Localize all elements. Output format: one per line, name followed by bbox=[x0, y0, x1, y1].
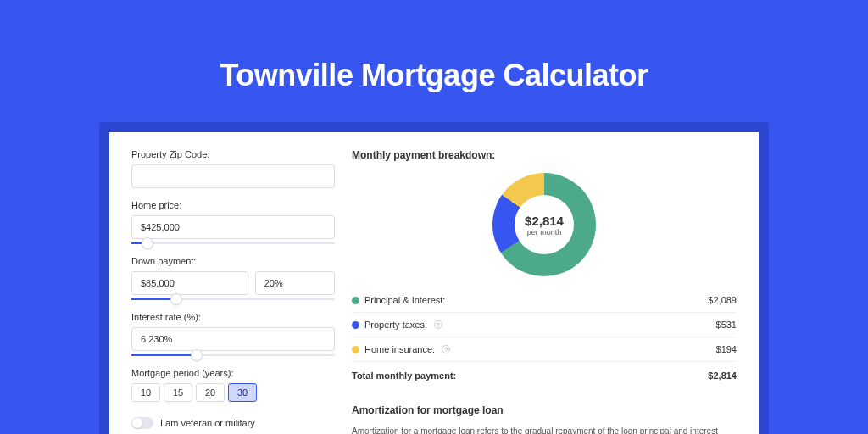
donut-chart-wrap: $2,814 per month bbox=[352, 168, 737, 288]
calculator-panel: Property Zip Code: Home price: Down paym… bbox=[109, 132, 759, 434]
principal-label: Principal & Interest: bbox=[364, 295, 445, 305]
breakdown-row-principal: Principal & Interest:$2,089 bbox=[352, 288, 737, 313]
ins-label: Home insurance: bbox=[364, 344, 435, 354]
info-icon[interactable]: ? bbox=[434, 320, 442, 329]
veteran-toggle[interactable] bbox=[131, 417, 153, 429]
price-label: Home price: bbox=[131, 200, 335, 210]
page-title: Townville Mortgage Calculator bbox=[0, 0, 868, 122]
inputs-column: Property Zip Code: Home price: Down paym… bbox=[131, 149, 335, 434]
total-value: $2,814 bbox=[708, 370, 737, 381]
period-option-15[interactable]: 15 bbox=[164, 383, 192, 402]
breakdown-column: Monthly payment breakdown: $2,814 per mo… bbox=[352, 149, 737, 434]
down-label: Down payment: bbox=[131, 256, 335, 266]
period-block: Mortgage period (years): 10152030 bbox=[131, 368, 335, 402]
down-slider-thumb[interactable] bbox=[170, 293, 182, 305]
zip-input[interactable] bbox=[131, 164, 335, 188]
tax-value: $531 bbox=[716, 320, 737, 330]
price-input[interactable] bbox=[131, 215, 335, 239]
period-option-10[interactable]: 10 bbox=[131, 383, 160, 402]
rate-slider[interactable] bbox=[131, 354, 335, 356]
breakdown-title: Monthly payment breakdown: bbox=[352, 149, 737, 161]
donut-center: $2,814 per month bbox=[515, 195, 574, 254]
period-option-30[interactable]: 30 bbox=[228, 383, 257, 402]
down-amount-input[interactable] bbox=[131, 271, 248, 295]
breakdown-rows: Principal & Interest:$2,089Property taxe… bbox=[352, 288, 737, 362]
price-slider-thumb[interactable] bbox=[142, 237, 153, 249]
principal-value: $2,089 bbox=[708, 295, 737, 305]
down-block: Down payment: bbox=[131, 256, 335, 300]
veteran-label: I am veteran or military bbox=[160, 418, 255, 428]
ins-dot bbox=[352, 346, 359, 353]
period-option-20[interactable]: 20 bbox=[196, 383, 225, 402]
principal-dot bbox=[352, 297, 359, 304]
donut-sub: per month bbox=[527, 228, 562, 236]
tax-label: Property taxes: bbox=[364, 320, 427, 330]
donut-chart: $2,814 per month bbox=[492, 173, 596, 276]
donut-value: $2,814 bbox=[525, 214, 564, 228]
rate-input[interactable] bbox=[131, 327, 335, 351]
amortization-body: Amortization for a mortgage loan refers … bbox=[352, 425, 737, 434]
down-slider[interactable] bbox=[131, 298, 335, 300]
info-icon[interactable]: ? bbox=[442, 345, 450, 353]
total-label: Total monthly payment: bbox=[352, 370, 456, 381]
rate-slider-thumb[interactable] bbox=[191, 349, 203, 361]
tax-dot bbox=[352, 321, 359, 329]
breakdown-row-ins: Home insurance:?$194 bbox=[352, 337, 737, 362]
total-row: Total monthly payment: $2,814 bbox=[352, 362, 737, 387]
amortization-title: Amortization for mortgage loan bbox=[352, 404, 737, 416]
amortization-section: Amortization for mortgage loan Amortizat… bbox=[352, 404, 737, 434]
down-percent-input[interactable] bbox=[255, 271, 335, 295]
period-options: 10152030 bbox=[131, 383, 335, 402]
veteran-row: I am veteran or military bbox=[131, 417, 335, 429]
rate-label: Interest rate (%): bbox=[131, 312, 335, 322]
rate-block: Interest rate (%): bbox=[131, 312, 335, 356]
zip-block: Property Zip Code: bbox=[131, 149, 335, 188]
breakdown-row-tax: Property taxes:?$531 bbox=[352, 313, 737, 337]
zip-label: Property Zip Code: bbox=[131, 149, 335, 159]
ins-value: $194 bbox=[716, 344, 737, 354]
price-slider[interactable] bbox=[131, 242, 335, 244]
price-block: Home price: bbox=[131, 200, 335, 244]
period-label: Mortgage period (years): bbox=[131, 368, 335, 378]
panel-outer: Property Zip Code: Home price: Down paym… bbox=[99, 122, 769, 434]
